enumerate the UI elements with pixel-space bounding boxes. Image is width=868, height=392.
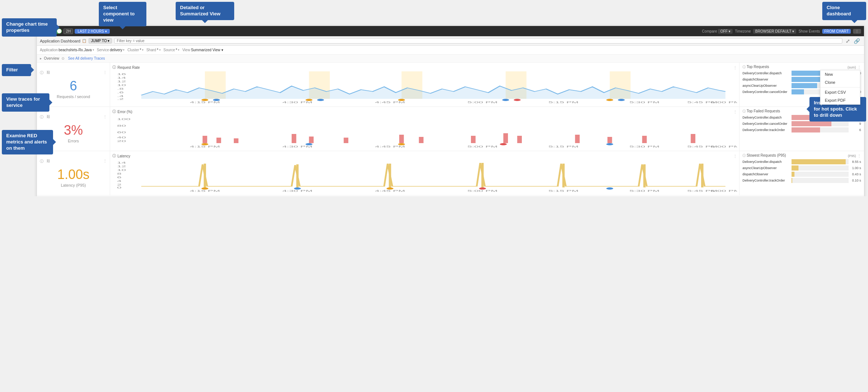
nav-bar: Application Dashboard 📋 JUMP TO ▾ ⤢ 🔗 [37, 36, 864, 46]
callout-view-traces: View traces for service [2, 93, 49, 112]
latency-section: ⓘ ⛓ ⋮ 1.00s Latency (P95) ⓘ Latency ⋮ 14… [37, 151, 864, 195]
source-filter: Source * ▾ [164, 48, 180, 52]
view-value[interactable]: Summarized View ▾ [191, 48, 223, 52]
expand-icon[interactable]: ⤢ [845, 38, 851, 44]
bar-row[interactable]: DeliveryController.cancelOrder9 [742, 121, 861, 126]
cluster-value[interactable]: * [140, 48, 141, 52]
bar-track [792, 127, 849, 132]
error-rate-chart-title: ⓘ Error (%) ⋮ [112, 109, 737, 114]
toolbar-right: Compare OFF ▾ Timezone BROWSER DEFAULT ▾… [702, 29, 861, 34]
svg-text:4:15 PM: 4:15 PM [190, 101, 220, 104]
svg-text:4:30 PM: 4:30 PM [283, 190, 313, 192]
bar-track [792, 165, 849, 171]
bar-label: DeliveryController.dispatch [742, 116, 790, 119]
svg-rect-41 [399, 135, 404, 143]
source-value[interactable]: * [176, 48, 177, 52]
service-value[interactable]: delivery [110, 48, 122, 52]
svg-text:14: 14 [117, 76, 126, 79]
svg-point-53 [500, 143, 507, 145]
filter-input[interactable] [114, 38, 842, 44]
bar-label: dispatchObserver [742, 78, 790, 81]
callout-examine-red: Examine RED metrics and alerts on them [2, 130, 53, 154]
callout-detailed-view: Detailed or Summarized View [176, 2, 234, 20]
info-icon-3: ⓘ [40, 159, 44, 164]
svg-text:.8: .8 [117, 87, 124, 90]
svg-text:5:15 PM: 5:15 PM [549, 145, 579, 148]
bar-row[interactable]: dispatchObserver0.43 s [742, 172, 861, 177]
chart-more-btn[interactable]: ⋮ [733, 66, 737, 70]
menu-button[interactable]: ⋮ [853, 29, 861, 34]
time-dropdown-button[interactable]: LAST 2 HOURS ▾ [75, 29, 110, 34]
more-icon-3[interactable]: ⋮ [103, 159, 107, 164]
share-icon[interactable]: 🔗 [853, 38, 861, 44]
time-2h-button[interactable]: 2H [63, 29, 73, 34]
info-icon-sm2: ⓘ [112, 109, 116, 114]
svg-text:2: 2 [117, 183, 121, 186]
bar-row[interactable]: DeliveryController.trackOrder0.10 s [742, 178, 861, 183]
error-rate-chart[interactable]: ⓘ Error (%) ⋮ 100 80 60 40 20 [110, 107, 740, 151]
link-icon-3[interactable]: ⛓ [46, 159, 50, 164]
more-icon-2[interactable]: ⋮ [103, 115, 107, 120]
request-rate-chart[interactable]: ⓘ Request Rate ⋮ 16 14 12 10 .8 .6 .4 .2 [110, 63, 740, 107]
menu-item-clone[interactable]: Clone [820, 78, 860, 86]
svg-rect-38 [292, 134, 296, 143]
bar-fill [792, 178, 792, 183]
all-traces-link[interactable]: See All delivery Traces [68, 56, 105, 60]
toolbar: Live 2H LAST 2 HOURS ▾ Compare OFF ▾ Tim… [37, 26, 864, 36]
error-rate-chart-area: 100 80 60 40 20 [112, 116, 737, 148]
cluster-filter: Cluster * ▾ [127, 48, 143, 52]
svg-text:100: 100 [117, 118, 131, 121]
svg-rect-37 [234, 138, 239, 143]
application-value[interactable]: beachshirts-Rx.Java [59, 48, 92, 52]
menu-item-export-csv[interactable]: Export CSV [820, 88, 860, 96]
bar-label: DeliveryController.dispatch [742, 71, 790, 75]
bar-row[interactable]: asyncClearUpObserver1.00 s [742, 165, 861, 171]
svg-text:.2: .2 [117, 98, 124, 101]
error-rate-value: 3% [64, 123, 83, 138]
request-rate-section: ⓘ ⛓ ⋮ 6 Requests / second ⓘ Request Rate… [37, 63, 864, 107]
svg-rect-49 [691, 134, 696, 143]
info-icon-2: ⓘ [40, 115, 44, 120]
shard-value[interactable]: * [157, 48, 158, 52]
compare-value[interactable]: OFF ▾ [718, 29, 733, 34]
svg-point-82 [606, 187, 613, 190]
svg-text:60: 60 [117, 131, 126, 134]
jump-to-button[interactable]: JUMP TO ▾ [89, 38, 112, 44]
latency-chart[interactable]: ⓘ Latency ⋮ 14 12 10 8 6 4 2 0 [110, 151, 740, 195]
link-icon[interactable]: ⛓ [46, 70, 50, 75]
svg-text:4:45 PM: 4:45 PM [375, 101, 405, 104]
request-rate-chart-title: ⓘ Request Rate ⋮ [112, 65, 737, 70]
bar-label: dispatchObserver [742, 172, 790, 176]
svg-text:5:30 PM: 5:30 PM [629, 145, 659, 148]
metric-icons-row: ⓘ ⛓ ⋮ [40, 70, 107, 75]
latency-svg: 14 12 10 8 6 4 2 0 [112, 160, 737, 192]
menu-item-new[interactable]: New [820, 70, 860, 78]
svg-point-19 [514, 99, 521, 101]
menu-item-export-pdf[interactable]: Export PDF [820, 96, 860, 104]
svg-text:4: 4 [117, 180, 121, 183]
svg-text:4:15 PM: 4:15 PM [190, 145, 220, 148]
latency-chart-more[interactable]: ⋮ [733, 154, 737, 158]
callout-change-time: Change chart time properties [2, 18, 57, 37]
error-chart-more[interactable]: ⋮ [733, 110, 737, 114]
latency-metric: ⓘ ⛓ ⋮ 1.00s Latency (P95) [37, 151, 110, 195]
svg-text:.4: .4 [117, 95, 124, 98]
bar-row[interactable]: DeliveryController.dispatch8.55 s [742, 159, 861, 164]
svg-rect-46 [575, 135, 580, 143]
shard-filter: Shard * ▾ [146, 48, 161, 52]
bar-row[interactable]: DeliveryController.trackOrder6 [742, 127, 861, 132]
bar-fill [792, 89, 804, 94]
svg-text:16: 16 [117, 73, 126, 76]
more-icon[interactable]: ⋮ [103, 70, 107, 75]
bar-fill [792, 159, 846, 164]
link-icon-2[interactable]: ⛓ [46, 115, 50, 120]
svg-point-18 [502, 99, 509, 101]
svg-text:40: 40 [117, 136, 126, 139]
bar-label: asyncClearUpObserver [742, 166, 790, 170]
events-value[interactable]: FROM CHART [822, 29, 851, 34]
svg-text:6:00 PM: 6:00 PM [710, 145, 737, 148]
topk-slowest-title: ⓘ Slowest Requests (P95) (P95) ⋮ [742, 153, 861, 158]
timezone-value[interactable]: BROWSER DEFAULT ▾ [753, 29, 796, 34]
bar-label: DeliveryController.trackOrder [742, 179, 790, 182]
svg-text:6:00 PM: 6:00 PM [710, 190, 737, 192]
